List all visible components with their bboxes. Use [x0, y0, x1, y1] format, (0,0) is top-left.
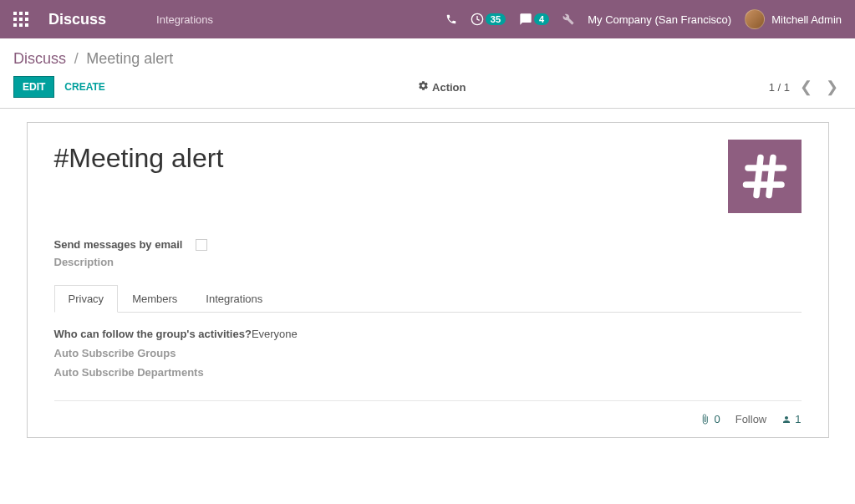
tab-integrations[interactable]: Integrations: [191, 285, 277, 313]
form-sheet: #Meeting alert Send messages by email De…: [27, 122, 829, 438]
activity-badge: 35: [486, 13, 506, 25]
svg-rect-6: [13, 23, 17, 27]
app-brand[interactable]: Discuss: [48, 11, 106, 28]
send-email-checkbox[interactable]: [196, 239, 207, 251]
phone-icon[interactable]: [445, 13, 457, 25]
svg-rect-5: [25, 18, 28, 21]
pager-prev-icon[interactable]: ❮: [796, 78, 816, 96]
hash-icon: [740, 151, 790, 201]
follow-button[interactable]: Follow: [735, 413, 767, 425]
apps-menu-icon[interactable]: [13, 12, 28, 27]
send-email-label: Send messages by email: [54, 238, 183, 251]
tab-content-privacy: Who can follow the group's activities? E…: [54, 313, 802, 400]
followers-count[interactable]: 1: [781, 413, 801, 425]
user-avatar: [745, 9, 765, 29]
messaging-icon[interactable]: 4: [519, 13, 549, 26]
tab-privacy[interactable]: Privacy: [54, 285, 119, 313]
svg-rect-7: [19, 23, 23, 27]
activity-icon[interactable]: 35: [471, 13, 506, 26]
action-dropdown[interactable]: Action: [418, 80, 466, 94]
attachment-icon: [700, 414, 710, 425]
privacy-who-label: Who can follow the group's activities?: [54, 328, 252, 340]
svg-rect-3: [13, 18, 17, 21]
channel-image[interactable]: [728, 140, 802, 213]
messaging-badge: 4: [534, 13, 549, 25]
debug-icon[interactable]: [562, 13, 574, 25]
breadcrumb-current: Meeting alert: [86, 50, 173, 67]
auto-dept-label: Auto Subscribe Departments: [54, 366, 247, 379]
pager-next-icon[interactable]: ❯: [822, 78, 842, 96]
user-icon: [781, 415, 791, 425]
page-title: #Meeting alert: [54, 143, 224, 174]
svg-rect-1: [19, 12, 23, 15]
user-menu[interactable]: Mitchell Admin: [745, 9, 842, 29]
svg-rect-0: [13, 12, 17, 15]
action-label: Action: [432, 81, 466, 94]
svg-rect-4: [19, 18, 23, 21]
notebook-tabs: Privacy Members Integrations: [54, 285, 802, 313]
description-label: Description: [54, 256, 115, 268]
auto-groups-label: Auto Subscribe Groups: [54, 347, 247, 359]
gear-icon: [418, 80, 429, 94]
pager-text[interactable]: 1 / 1: [769, 81, 790, 94]
attachments-count[interactable]: 0: [700, 413, 720, 425]
breadcrumb-sep: /: [74, 50, 79, 67]
privacy-who-value: Everyone: [252, 328, 298, 340]
menu-integrations[interactable]: Integrations: [156, 13, 213, 26]
breadcrumb-root[interactable]: Discuss: [13, 50, 66, 67]
svg-rect-2: [25, 12, 28, 15]
company-selector[interactable]: My Company (San Francisco): [588, 13, 731, 26]
create-button[interactable]: Create: [54, 77, 115, 97]
user-name: Mitchell Admin: [771, 13, 842, 26]
svg-rect-8: [25, 23, 28, 27]
edit-button[interactable]: Edit: [13, 76, 54, 98]
tab-members[interactable]: Members: [118, 285, 191, 313]
breadcrumb: Discuss / Meeting alert: [13, 50, 173, 68]
